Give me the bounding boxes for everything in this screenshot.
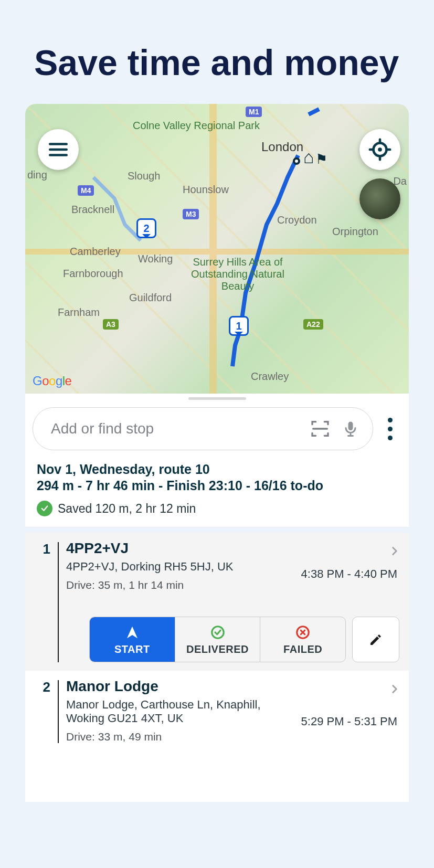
place-ding: ding — [27, 169, 47, 181]
action-group: START DELIVERED FAILED — [89, 617, 346, 662]
place-bracknell: Bracknell — [71, 204, 114, 216]
chevron-right-icon — [388, 544, 401, 560]
stop-address: Manor Lodge, Carthouse Ln, Knaphill, Wok… — [66, 698, 292, 725]
page-headline: Save time and money — [0, 0, 434, 104]
place-slough: Slough — [128, 170, 160, 182]
locate-button[interactable] — [359, 129, 400, 170]
navigate-icon — [124, 624, 140, 640]
stop-time-window: 5:29 PM - 5:31 PM — [301, 715, 397, 728]
saved-text: Saved 120 m, 2 hr 12 min — [58, 502, 196, 516]
overflow-menu-button[interactable] — [378, 412, 401, 446]
map-provider-logo: Google — [33, 374, 71, 388]
place-crawley: Crawley — [251, 371, 289, 383]
place-farnham: Farnham — [58, 306, 100, 319]
checkmark-icon — [37, 501, 52, 516]
place-woking: Woking — [138, 253, 173, 265]
stop-title: 4PP2+VJ — [66, 540, 399, 557]
x-circle-icon — [295, 624, 311, 640]
place-london: London — [261, 140, 303, 154]
map-view[interactable]: ⌂ ⚑ M1 M4 M3 A3 A22 Colne Valley Regiona… — [25, 104, 409, 394]
stop-item-2[interactable]: 2 Manor Lodge Manor Lodge, Carthouse Ln,… — [25, 671, 409, 751]
delivered-button[interactable]: DELIVERED — [175, 617, 261, 662]
scan-icon[interactable] — [310, 418, 331, 439]
route-stats: 294 m - 7 hr 46 min - Finish 23:10 - 16/… — [37, 478, 397, 493]
search-row: Add or find stop — [25, 403, 409, 460]
place-camberley: Camberley — [70, 246, 121, 258]
satellite-toggle[interactable] — [359, 178, 400, 219]
stop-drive: Drive:33 m, 49 min — [66, 731, 399, 743]
divider — [25, 527, 409, 533]
pencil-icon — [368, 632, 384, 648]
stop-time-window: 4:38 PM - 4:40 PM — [301, 567, 397, 581]
stop-item-1[interactable]: 1 4PP2+VJ 4PP2+VJ, Dorking RH5 5HJ, UK D… — [25, 533, 409, 671]
timeline-line — [58, 542, 59, 662]
stop-title: Manor Lodge — [66, 678, 399, 695]
area-surrey: Surrey Hills Area of Outstanding Natural… — [188, 256, 288, 292]
app-frame: ⌂ ⚑ M1 M4 M3 A3 A22 Colne Valley Regiona… — [25, 104, 409, 802]
map-pin-1[interactable]: 1 — [229, 316, 249, 336]
locate-icon — [368, 137, 392, 162]
road-badge-a22: A22 — [303, 319, 323, 330]
road-badge-a3: A3 — [103, 319, 119, 330]
place-hounslow: Hounslow — [183, 184, 229, 196]
failed-button[interactable]: FAILED — [260, 617, 345, 662]
place-orpington: Orpington — [332, 226, 378, 238]
stop-number: 2 — [35, 678, 50, 743]
check-circle-icon — [210, 624, 226, 640]
menu-button[interactable] — [38, 129, 79, 170]
svg-rect-2 — [348, 422, 353, 431]
mic-icon[interactable] — [340, 418, 361, 439]
dot-icon — [388, 418, 393, 422]
start-button[interactable]: START — [90, 617, 175, 662]
search-input[interactable]: Add or find stop — [33, 407, 373, 450]
route-title: Nov 1, Wednesday, route 10 — [37, 462, 397, 477]
dot-icon — [388, 436, 393, 440]
search-placeholder: Add or find stop — [51, 420, 300, 437]
road-badge-m3: M3 — [183, 209, 199, 219]
timeline-line — [58, 680, 59, 743]
place-farnborough: Farnborough — [63, 268, 123, 280]
area-colne: Colne Valley Regional Park — [133, 120, 260, 131]
edit-button[interactable] — [352, 617, 399, 662]
svg-point-1 — [378, 147, 382, 152]
stop-number: 1 — [35, 540, 50, 662]
sheet-drag-handle[interactable] — [25, 394, 409, 403]
place-croydon: Croydon — [277, 214, 317, 226]
road-badge-m1: M1 — [246, 107, 262, 117]
chevron-right-icon — [388, 682, 401, 698]
dot-icon — [388, 427, 393, 431]
route-summary: Nov 1, Wednesday, route 10 294 m - 7 hr … — [25, 460, 409, 527]
road-badge-m4: M4 — [78, 185, 94, 196]
map-pin-2[interactable]: 2 — [136, 218, 156, 238]
hamburger-icon — [47, 139, 69, 161]
place-guildford: Guildford — [129, 292, 172, 304]
